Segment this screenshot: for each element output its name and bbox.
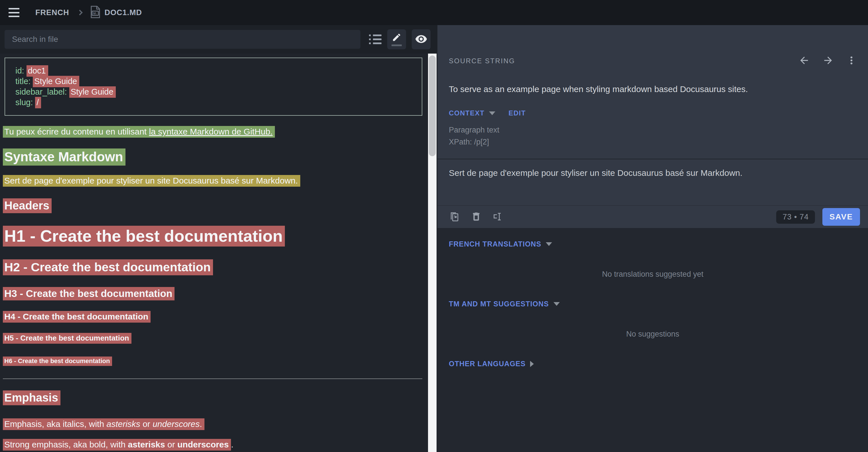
tm-mt-section[interactable]: TM AND MT SUGGESTIONS xyxy=(449,300,857,308)
context-toggle[interactable]: CONTEXT xyxy=(449,109,485,117)
frontmatter-key: sidebar_label: xyxy=(16,87,69,96)
select-text-button[interactable] xyxy=(492,211,503,223)
document-toolbar xyxy=(0,25,437,54)
doc-string[interactable]: Tu peux écrire du contenu en utilisant l… xyxy=(3,125,429,138)
doc-string[interactable]: H2 - Create the best documentation xyxy=(3,259,429,275)
source-string-card: SOURCE STRING xyxy=(437,25,868,228)
breadcrumb-language[interactable]: FRENCH xyxy=(35,8,69,17)
caret-down-icon xyxy=(546,242,552,246)
markdown-file-icon: M↓ xyxy=(90,6,100,20)
doc-string[interactable]: Emphasis, aka italics, with asterisks or… xyxy=(3,418,429,430)
search-box xyxy=(5,30,361,49)
no-translations-message: No translations suggested yet xyxy=(449,270,857,279)
frontmatter-value-string[interactable]: Style Guide xyxy=(69,86,116,98)
frontmatter-key: title: xyxy=(16,77,33,86)
svg-text:M↓: M↓ xyxy=(93,12,97,15)
horizontal-rule xyxy=(3,379,422,379)
edit-mode-underline xyxy=(392,44,402,46)
text-cursor-icon xyxy=(492,211,503,223)
previous-string-button[interactable] xyxy=(799,55,810,67)
frontmatter-line: slug: / xyxy=(16,97,411,108)
search-input[interactable] xyxy=(5,35,361,44)
frontmatter-line: sidebar_label: Style Guide xyxy=(16,87,411,97)
scrollbar-thumb[interactable] xyxy=(429,56,436,156)
trash-icon xyxy=(471,211,481,223)
breadcrumb-chevron-icon xyxy=(77,10,83,15)
tm-mt-label[interactable]: TM AND MT SUGGESTIONS xyxy=(449,300,549,308)
context-row: CONTEXT EDIT xyxy=(449,109,857,117)
preview-mode-button[interactable] xyxy=(412,29,431,49)
caret-down-icon[interactable] xyxy=(489,111,495,115)
context-xpath: XPath: /p[2] xyxy=(449,136,857,148)
doc-string[interactable]: Strong emphasis, aka bold, with asterisk… xyxy=(3,438,429,451)
french-translations-label[interactable]: FRENCH TRANSLATIONS xyxy=(449,240,541,248)
document-scrollbar[interactable] xyxy=(428,54,437,452)
copy-source-button[interactable] xyxy=(449,211,460,223)
character-counter: 73 • 74 xyxy=(776,210,815,224)
translation-input[interactable]: Sert de page d'exemple pour styliser un … xyxy=(449,167,857,179)
doc-string[interactable]: H6 - Create the best documentation xyxy=(3,357,429,365)
suggestions-area: FRENCH TRANSLATIONS No translations sugg… xyxy=(437,228,868,452)
frontmatter-value-string[interactable]: Style Guide xyxy=(33,76,79,87)
doc-string[interactable]: Emphasis xyxy=(3,390,429,405)
more-options-button[interactable] xyxy=(846,55,857,66)
no-suggestions-message: No suggestions xyxy=(449,330,857,338)
frontmatter-block: id: doc1title: Style Guidesidebar_label:… xyxy=(5,58,422,116)
main-split: id: doc1title: Style Guidesidebar_label:… xyxy=(0,25,868,452)
edit-mode-button[interactable] xyxy=(387,29,406,49)
frontmatter-value-string[interactable]: doc1 xyxy=(27,65,48,77)
frontmatter-key: id: xyxy=(16,66,27,75)
doc-string[interactable]: H1 - Create the best documentation xyxy=(3,225,429,247)
top-bar: FRENCH M↓ DOC1.MD xyxy=(0,0,868,25)
kebab-menu-icon xyxy=(846,55,857,66)
frontmatter-line: id: doc1 xyxy=(16,66,411,76)
french-translations-section[interactable]: FRENCH TRANSLATIONS xyxy=(449,240,857,248)
arrow-left-icon xyxy=(799,55,810,67)
other-languages-section[interactable]: OTHER LANGUAGES xyxy=(449,360,857,368)
pencil-icon xyxy=(392,32,402,43)
source-string-header: SOURCE STRING xyxy=(449,25,857,67)
document-content: id: doc1title: Style Guidesidebar_label:… xyxy=(0,54,437,452)
arrow-right-icon xyxy=(823,55,834,67)
source-text: To serve as an example page when styling… xyxy=(449,84,857,95)
hamburger-menu-icon[interactable] xyxy=(8,8,20,17)
copy-source-icon xyxy=(449,211,460,223)
source-string-label: SOURCE STRING xyxy=(449,57,515,65)
translation-toolbar: 73 • 74 SAVE xyxy=(437,205,868,228)
document-pane: id: doc1title: Style Guidesidebar_label:… xyxy=(0,25,437,452)
next-string-button[interactable] xyxy=(823,55,834,67)
frontmatter-key: slug: xyxy=(16,98,35,107)
doc-string[interactable]: H3 - Create the best documentation xyxy=(3,287,429,300)
context-info: Paragraph text XPath: /p[2] xyxy=(449,124,857,148)
doc-string[interactable]: Syntaxe Markdown xyxy=(3,148,429,165)
save-button[interactable]: SAVE xyxy=(823,208,860,226)
breadcrumb-file-name[interactable]: DOC1.MD xyxy=(105,8,142,17)
delete-translation-button[interactable] xyxy=(471,211,481,223)
translation-panel: SOURCE STRING xyxy=(437,25,868,452)
doc-string[interactable]: Headers xyxy=(3,198,429,213)
frontmatter-line: title: Style Guide xyxy=(16,76,411,87)
context-type: Paragraph text xyxy=(449,124,857,136)
doc-string[interactable]: Sert de page d'exemple pour styliser un … xyxy=(3,174,429,187)
eye-icon xyxy=(415,33,428,46)
other-languages-label[interactable]: OTHER LANGUAGES xyxy=(449,360,526,368)
doc-body: Tu peux écrire du contenu en utilisant l… xyxy=(3,125,429,451)
edit-context-button[interactable]: EDIT xyxy=(508,109,526,117)
caret-down-icon xyxy=(554,302,560,306)
strings-list-icon[interactable] xyxy=(369,34,381,44)
app-root: FRENCH M↓ DOC1.MD xyxy=(0,0,868,452)
doc-string[interactable]: H5 - Create the best documentation xyxy=(3,333,429,344)
caret-right-icon xyxy=(530,361,534,367)
frontmatter-value-string[interactable]: / xyxy=(35,97,41,108)
translation-divider xyxy=(437,159,868,159)
doc-string[interactable]: H4 - Create the best documentation xyxy=(3,311,429,323)
